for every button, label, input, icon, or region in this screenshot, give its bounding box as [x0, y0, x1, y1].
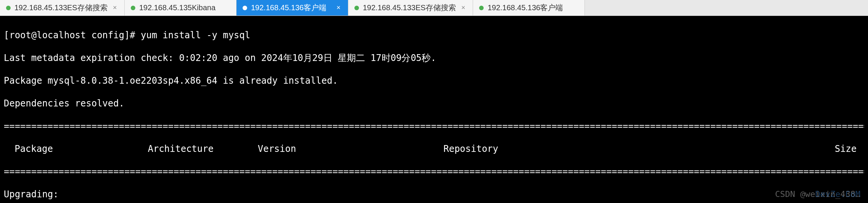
tab-label: 192.168.45.133ES存储搜索 — [363, 3, 456, 13]
watermark-text: DevZe.CoM — [815, 189, 860, 200]
output-line: Dependencies resolved. — [4, 98, 864, 109]
status-dot-icon — [131, 6, 135, 10]
status-dot-icon — [6, 6, 11, 10]
col-header-arch: Architecture — [148, 143, 258, 155]
col-header-repo: Repository — [443, 143, 572, 155]
col-header-version: Version — [258, 143, 443, 155]
tab-3[interactable]: 192.168.45.133ES存储搜索 × — [348, 0, 473, 16]
col-header-package: Package — [4, 143, 148, 155]
close-icon[interactable]: × — [335, 4, 342, 12]
table-divider: ========================================… — [4, 166, 864, 177]
shell-command: yum install -y mysql — [141, 30, 250, 41]
tab-0[interactable]: 192.168.45.133ES存储搜索 × — [0, 0, 125, 16]
upgrading-label: Upgrading: — [4, 189, 864, 200]
output-line: Package mysql-8.0.38-1.oe2203sp4.x86_64 … — [4, 75, 864, 86]
tab-label: 192.168.45.133ES存储搜索 — [14, 3, 108, 13]
col-header-size: Size — [572, 143, 864, 155]
prompt-line: [root@localhost config]# yum install -y … — [4, 30, 864, 41]
tab-label: 192.168.45.135Kibana — [139, 3, 230, 12]
status-dot-icon — [243, 6, 247, 10]
tab-2[interactable]: 192.168.45.136客户端 × — [237, 0, 348, 16]
tab-label: 192.168.45.136客户端 — [487, 3, 578, 13]
tab-1[interactable]: 192.168.45.135Kibana — [125, 0, 237, 16]
shell-prompt: [root@localhost config]# — [4, 30, 141, 41]
output-line: Last metadata expiration check: 0:02:20 … — [4, 52, 864, 64]
table-divider: ========================================… — [4, 120, 864, 132]
tab-4[interactable]: 192.168.45.136客户端 — [473, 0, 585, 16]
tab-label: 192.168.45.136客户端 — [251, 3, 331, 13]
status-dot-icon — [354, 6, 359, 10]
tab-bar: 192.168.45.133ES存储搜索 × 192.168.45.135Kib… — [0, 0, 868, 16]
close-icon[interactable]: × — [111, 4, 119, 12]
status-dot-icon — [479, 6, 484, 10]
close-icon[interactable]: × — [460, 4, 467, 12]
table-header-row: Package Architecture Version Repository … — [4, 143, 864, 155]
terminal-output[interactable]: [root@localhost config]# yum install -y … — [0, 16, 868, 203]
